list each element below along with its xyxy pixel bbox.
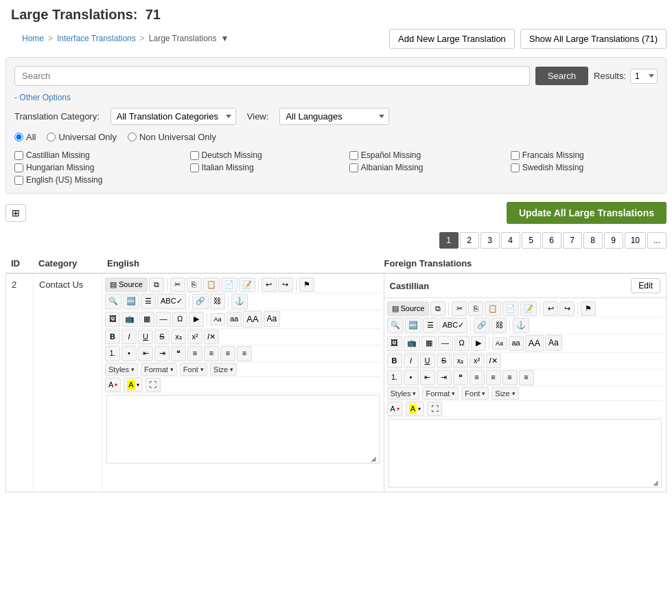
copy-source-for[interactable]: ⧉ [430, 301, 445, 316]
checkbox-italian[interactable]: Italian Missing [190, 163, 336, 172]
subscript-for[interactable]: x₂ [453, 354, 468, 368]
search-button[interactable]: Search [535, 67, 588, 85]
link-for[interactable]: 🔗 [474, 318, 490, 332]
media-en[interactable]: 📺 [121, 312, 138, 326]
flag-for[interactable]: ⚑ [581, 301, 596, 316]
bold-for[interactable]: B [387, 354, 402, 368]
category-select[interactable]: All Translation Categories [111, 108, 236, 125]
bold-en[interactable]: B [105, 330, 120, 344]
copy-for[interactable]: ⎘ [468, 301, 483, 316]
resize-handle-en[interactable]: ◢ [371, 455, 379, 463]
find-for[interactable]: 🔍 [387, 318, 404, 332]
view-select[interactable]: All Languages [279, 108, 389, 125]
superscript-en[interactable]: x² [187, 330, 202, 344]
results-select[interactable]: 151025 [630, 69, 658, 84]
resize-handle-for[interactable]: ◢ [653, 479, 661, 487]
clear-format-en[interactable]: I✕ [204, 330, 219, 344]
undo-en[interactable]: ↩ [262, 277, 277, 292]
checkbox-swedish[interactable]: Swedish Missing [511, 163, 658, 172]
outdent-en[interactable]: ⇤ [138, 346, 153, 361]
cut-en[interactable]: ✂ [170, 277, 185, 292]
indent-en[interactable]: ⇥ [154, 346, 170, 361]
ol-en[interactable]: 1. [105, 346, 120, 361]
strikethrough-for[interactable]: S [437, 354, 452, 368]
page-5[interactable]: 5 [522, 232, 541, 249]
indent-for[interactable]: ⇥ [437, 370, 452, 385]
copy-source-en[interactable]: ⧉ [149, 277, 164, 292]
fontsize4-en[interactable]: Aa [264, 311, 281, 327]
image-en[interactable]: 🖼 [105, 312, 120, 326]
checkbox-deutsch[interactable]: Deutsch Missing [190, 150, 336, 160]
anchor-en[interactable]: ⚓ [231, 294, 248, 308]
format-dropdown-for[interactable]: Format [422, 387, 459, 400]
page-2[interactable]: 2 [460, 232, 479, 249]
unlink-en[interactable]: ⛓ [210, 294, 225, 308]
add-new-button[interactable]: Add New Large Translation [389, 29, 515, 49]
quote-for[interactable]: ❝ [453, 370, 468, 385]
anchor-for[interactable]: ⚓ [513, 318, 529, 332]
page-6[interactable]: 6 [542, 232, 561, 249]
edit-button[interactable]: Edit [631, 278, 660, 293]
size-dropdown-en[interactable]: Size [210, 363, 237, 376]
english-editor-area[interactable]: ◢ [106, 395, 380, 464]
source-button-en[interactable]: ▤ Source [105, 277, 148, 292]
align-left-for[interactable]: ≡ [470, 370, 485, 385]
format-dropdown-en[interactable]: Format [141, 363, 177, 376]
search-input[interactable] [14, 66, 530, 86]
page-1[interactable]: 1 [439, 232, 459, 249]
paste-word-en[interactable]: 📝 [239, 277, 255, 292]
size-dropdown-for[interactable]: Size [491, 387, 518, 400]
superscript-for[interactable]: x² [470, 354, 485, 368]
checkbox-albanian[interactable]: Albanian Missing [349, 163, 497, 172]
link-en[interactable]: 🔗 [192, 294, 209, 308]
undo-for[interactable]: ↩ [543, 301, 558, 316]
checkbox-english-us[interactable]: English (US) Missing [14, 175, 176, 185]
page-more[interactable]: ... [647, 232, 667, 249]
ul-for[interactable]: • [404, 370, 419, 385]
bg-color-for[interactable]: A▾ [406, 402, 424, 416]
foreign-editor-area[interactable]: ◢ [389, 419, 662, 488]
checkbox-hungarian[interactable]: Hungarian Missing [14, 163, 176, 172]
redo-for[interactable]: ↪ [559, 301, 575, 316]
cut-for[interactable]: ✂ [452, 301, 467, 316]
align-center-en[interactable]: ≡ [204, 346, 219, 361]
paste-word-for[interactable]: 📝 [520, 301, 537, 316]
grid-icon-button[interactable]: ⊞ [5, 204, 26, 222]
styles-dropdown-en[interactable]: Styles [105, 363, 138, 376]
clear-format-for[interactable]: I✕ [486, 354, 501, 368]
update-all-button[interactable]: Update All Large Translations [507, 202, 667, 224]
fontsize2-en[interactable]: aa [227, 312, 242, 326]
list-for[interactable]: ☰ [423, 318, 438, 332]
ul-en[interactable]: • [121, 346, 137, 361]
page-4[interactable]: 4 [501, 232, 520, 249]
fullscreen-for[interactable]: ⛶ [427, 402, 442, 416]
italic-for[interactable]: I [404, 354, 419, 368]
hline-en[interactable]: — [156, 312, 171, 326]
fontsize1-for[interactable]: Aa [492, 337, 507, 350]
table-en[interactable]: ▦ [139, 312, 154, 326]
styles-dropdown-for[interactable]: Styles [387, 387, 420, 400]
font-dropdown-for[interactable]: Font [461, 387, 489, 400]
underline-for[interactable]: U [420, 354, 435, 368]
special-for[interactable]: Ω [454, 336, 470, 350]
strikethrough-en[interactable]: S [154, 330, 170, 344]
paste-text-en[interactable]: 📄 [221, 277, 237, 292]
replace-for[interactable]: 🔤 [405, 318, 421, 332]
font-dropdown-en[interactable]: Font [180, 363, 207, 376]
quote-en[interactable]: ❝ [171, 346, 186, 361]
special-en[interactable]: Ω [172, 312, 187, 326]
spell-en[interactable]: ABC✓ [157, 294, 186, 308]
flag-en[interactable]: ⚑ [299, 277, 314, 292]
align-center-for[interactable]: ≡ [486, 370, 501, 385]
fontsize2-for[interactable]: aa [509, 336, 524, 350]
italic-en[interactable]: I [121, 330, 137, 344]
page-3[interactable]: 3 [480, 232, 500, 249]
align-right-for[interactable]: ≡ [502, 370, 518, 385]
paste-for[interactable]: 📋 [485, 301, 501, 316]
page-9[interactable]: 9 [604, 232, 623, 249]
outdent-for[interactable]: ⇤ [420, 370, 435, 385]
align-right-en[interactable]: ≡ [220, 346, 235, 361]
bg-color-en[interactable]: A▾ [124, 378, 142, 392]
fontsize4-for[interactable]: Aa [545, 335, 562, 351]
align-justify-en[interactable]: ≡ [237, 346, 252, 361]
